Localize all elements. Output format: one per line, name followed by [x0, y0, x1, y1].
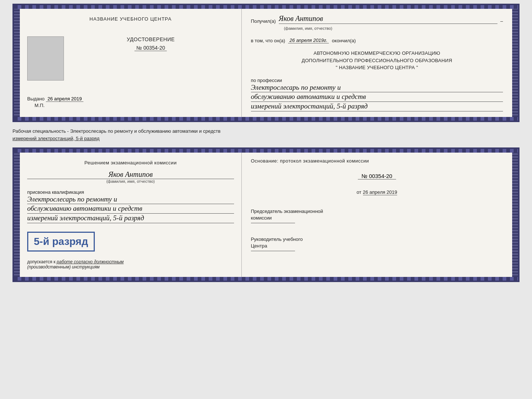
document-wrapper: НАЗВАНИЕ УЧЕБНОГО ЦЕНТРА УДОСТОВЕРЕНИЕ №… — [12, 4, 520, 282]
bottom-cert-top-strip — [14, 149, 518, 153]
bottom-cert-content: Решением экзаменационной комиссии Яков А… — [14, 153, 518, 277]
issued-date: 26 апреля 2019 — [46, 96, 83, 102]
chairman-label1: Председатель экзаменационной — [251, 208, 503, 215]
prof-line3: измерений электростанций, 5-й разряд — [251, 102, 503, 111]
head-label2: Центра — [251, 243, 503, 249]
profession-block: по профессии Электрослесарь по ремонту и… — [251, 78, 503, 111]
mp-label: М.П. — [35, 103, 44, 108]
cert-number: № 00354-20 — [134, 45, 167, 51]
top-cert-left-panel: НАЗВАНИЕ УЧЕБНОГО ЦЕНТРА УДОСТОВЕРЕНИЕ №… — [20, 9, 242, 117]
top-cert-right-panel: Получил(а) Яков Антипов – (фамилия, имя,… — [242, 9, 512, 117]
profession-label: по профессии — [251, 78, 503, 83]
допускается-italic: работе согласно должностным — [57, 259, 123, 264]
rank-box-section: 5-й разряд — [27, 230, 234, 253]
bottom-person-sub: (фамилия, имя, отчество) — [27, 179, 234, 184]
chairman-sig-line — [251, 223, 295, 223]
chairman-label2: комиссии — [251, 215, 503, 221]
osnov-label: Основание: протокол экзаменационной коми… — [251, 158, 503, 164]
org-line3: " НАЗВАНИЕ УЧЕБНОГО ЦЕНТРА " — [251, 64, 503, 71]
qual-line1: Электрослесарь по ремонту и — [27, 195, 234, 204]
prot-number-section: № 00354-20 — [251, 171, 503, 181]
line1-date: 26 апреля 2019г. — [288, 38, 329, 43]
right-decorative-bar — [512, 9, 518, 117]
prot-date: 26 апреля 2019 — [363, 189, 398, 195]
qual-line2: обслуживанию автоматики и средств — [27, 204, 234, 214]
top-org-name: НАЗВАНИЕ УЧЕБНОГО ЦЕНТРА — [90, 16, 172, 22]
date-line: в том, что он(а) 26 апреля 2019г. окончи… — [251, 38, 503, 43]
issued-label: Выдано — [27, 96, 44, 101]
commission-title: Решением экзаменационной комиссии — [27, 160, 234, 165]
bottom-certificate: Решением экзаменационной комиссии Яков А… — [12, 147, 520, 282]
top-decorative-strip — [14, 5, 518, 9]
org-line1: АВТОНОМНУЮ НЕКОММЕРЧЕСКУЮ ОРГАНИЗАЦИЮ — [251, 50, 503, 57]
qual-line3: измерений электростанций, 5-й разряд — [27, 214, 234, 223]
recipient-sub: (фамилия, имя, отчество) — [284, 26, 332, 31]
head-section: Руководитель учебного Центра — [251, 236, 503, 251]
допускается-section: допускается к работе согласно должностны… — [27, 259, 234, 270]
cert-title: УДОСТОВЕРЕНИЕ — [68, 36, 234, 42]
prof-line2: обслуживанию автоматики и средств — [251, 92, 503, 102]
prot-date-section: от 26 апреля 2019 — [251, 189, 503, 195]
specialty-line1: Рабочая специальность - Электрослесарь п… — [12, 128, 520, 134]
bottom-cert-bottom-strip — [14, 277, 518, 281]
prot-date-prefix: от — [357, 189, 362, 195]
prot-number: № 00354-20 — [358, 173, 396, 179]
chairman-section: Председатель экзаменационной комиссии — [251, 208, 503, 223]
rank-text: 5-й разряд — [34, 236, 88, 247]
cert-title-block: УДОСТОВЕРЕНИЕ № 00354-20 — [68, 33, 234, 51]
org-line2: ДОПОЛНИТЕЛЬНОГО ПРОФЕССИОНАЛЬНОГО ОБРАЗО… — [251, 57, 503, 64]
допускается-italic2: (производственным) инструкциям — [27, 264, 234, 270]
top-cert-content: НАЗВАНИЕ УЧЕБНОГО ЦЕНТРА УДОСТОВЕРЕНИЕ №… — [14, 9, 518, 117]
bottom-person-name: Яков Антипов — [27, 170, 234, 179]
допускается-prefix: допускается к — [27, 259, 55, 264]
org-block: АВТОНОМНУЮ НЕКОММЕРЧЕСКУЮ ОРГАНИЗАЦИЮ ДО… — [251, 50, 503, 71]
recipient-label: Получил(а) — [251, 18, 276, 24]
head-sig-line — [251, 251, 295, 251]
top-certificate: НАЗВАНИЕ УЧЕБНОГО ЦЕНТРА УДОСТОВЕРЕНИЕ №… — [12, 4, 520, 122]
bottom-cert-left-panel: Решением экзаменационной комиссии Яков А… — [20, 153, 242, 277]
bottom-left-deco — [14, 153, 20, 277]
recipient-dash: – — [500, 18, 503, 24]
specialty-line2: измерений электростанций, 5-й разряд — [12, 136, 520, 141]
line1-prefix: в том, что он(а) — [251, 38, 285, 43]
bottom-cert-right-panel: Основание: протокол экзаменационной коми… — [242, 153, 512, 277]
bottom-right-deco — [512, 153, 518, 277]
qualification-label: присвоена квалификация — [27, 189, 234, 195]
qualification-section: присвоена квалификация Электрослесарь по… — [27, 189, 234, 223]
specialty-section: Рабочая специальность - Электрослесарь п… — [12, 125, 520, 145]
bottom-decorative-strip — [14, 117, 518, 121]
recipient-section: Получил(а) Яков Антипов – (фамилия, имя,… — [251, 14, 503, 31]
head-label1: Руководитель учебного — [251, 236, 503, 243]
photo-placeholder — [27, 36, 64, 81]
prof-line1: Электрослесарь по ремонту и — [251, 83, 503, 93]
bottom-person-section: Яков Антипов (фамилия, имя, отчество) — [27, 170, 234, 184]
line1-suffix: окончил(а) — [332, 38, 356, 43]
recipient-name: Яков Антипов — [279, 14, 497, 24]
left-decorative-bar — [14, 9, 20, 117]
rank-box: 5-й разряд — [27, 232, 95, 252]
